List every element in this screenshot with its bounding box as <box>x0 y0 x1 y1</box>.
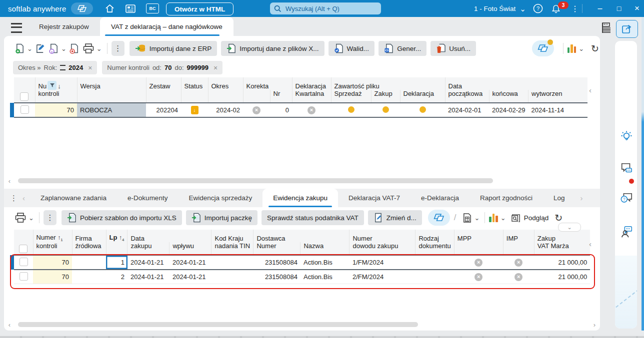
column-header-koncowa[interactable]: końcowa <box>489 90 528 103</box>
column-header-deklaracja2[interactable]: Deklaracja <box>400 90 445 103</box>
bc-button[interactable]: BC <box>145 0 160 17</box>
declaration-row[interactable]: 70 ROBOCZA 202204 ↓ 2024-02 × 0 × 2024-0… <box>10 103 588 117</box>
layers-view-toggle[interactable] <box>428 210 450 226</box>
filter-chip-okres[interactable]: Okres » Rok: 2024 × <box>13 61 97 74</box>
column-header-zestaw[interactable]: Zestaw <box>146 77 181 90</box>
edit-button[interactable] <box>34 41 47 56</box>
column-header-sprzedaz[interactable]: Sprzedaż <box>331 90 371 103</box>
print-button[interactable] <box>13 210 28 225</box>
sort-desc-icon[interactable]: ↓ <box>58 82 61 90</box>
column-header-wytworzenia[interactable]: wytworzen <box>528 90 588 103</box>
tabs-scroll-left-icon[interactable]: ‹ <box>22 194 25 202</box>
open-in-html-button[interactable]: Otwórz w HTML <box>166 2 234 15</box>
upper-grid-hscrollbar[interactable]: ‹ <box>6 178 598 184</box>
chevron-down-icon[interactable]: ⌄ <box>27 45 32 52</box>
home-button[interactable] <box>102 0 117 17</box>
hamburger-menu-icon[interactable] <box>11 23 22 33</box>
filter-icon[interactable] <box>48 81 56 90</box>
tabs-scroll-right-icon[interactable]: › <box>580 194 582 202</box>
subtab-e-dokumenty[interactable]: e-Dokumenty <box>117 189 178 207</box>
more-actions-button[interactable]: ⋮ <box>44 210 56 225</box>
document-calc-button[interactable] <box>460 210 474 225</box>
column-header-numer-kontroli[interactable]: Nu↓ <box>35 77 77 90</box>
column-header-mpp[interactable]: MPP <box>454 230 503 242</box>
notifications-button[interactable]: 3 <box>551 0 561 17</box>
column-header-okres[interactable]: Okres <box>208 77 243 90</box>
more-actions-button[interactable]: ⋮ <box>112 41 124 56</box>
scrollbar-thumb[interactable] <box>18 322 418 327</box>
column-header-rodzaj[interactable]: Rodzaj <box>416 230 454 242</box>
cell-lp-focused[interactable]: 1 <box>106 255 128 270</box>
scroll-left-arrow[interactable]: ‹ <box>6 177 13 185</box>
subtab-zaplanowane-zadania[interactable]: Zaplanowane zadania <box>30 189 117 207</box>
column-header-data-zakupu[interactable]: zakupu <box>128 242 170 255</box>
column-header-dokumentu[interactable]: dokumentu <box>416 242 454 255</box>
subtab-ewidencja-sprzedazy[interactable]: Ewidencja sprzedaży <box>178 189 262 207</box>
column-header-nadania-tin[interactable]: nadania TIN <box>212 242 254 255</box>
column-header-firma-2[interactable]: źródłowa <box>72 242 106 255</box>
help-button[interactable]: ? <box>533 0 543 17</box>
tab-rejestr-zakupow[interactable]: Rejestr zakupów <box>30 17 98 36</box>
select-all-checkbox[interactable] <box>19 245 28 253</box>
column-header-korekta-nr[interactable]: Nr <box>270 90 292 103</box>
validate-button[interactable]: Walid... <box>328 41 375 56</box>
column-header-data-wplywu[interactable]: wpływu <box>170 242 212 255</box>
column-header-deklaracja[interactable]: Deklaracja <box>292 77 331 90</box>
delete-document-button[interactable] <box>68 41 81 56</box>
purchase-row-2[interactable]: 70 2 2024-01-21 2024-01-21 231508084 Act… <box>10 270 590 284</box>
column-header-dowodu-zakupu[interactable]: dowodu zakupu <box>350 242 416 255</box>
share-button[interactable] <box>616 20 638 38</box>
download-xls-template-button[interactable]: Pobierz szablon do importu XLS <box>62 210 182 225</box>
tab-vat-z-deklaracja[interactable]: VAT z deklaracją – dane nagłówkowe <box>100 17 234 36</box>
purchase-row-1[interactable]: 70 1 2024-01-21 2024-01-21 231508084 Act… <box>10 255 590 270</box>
column-header-numer-kontroli[interactable]: Numer ↑1 <box>33 230 72 242</box>
chevron-down-icon[interactable]: ⌄ <box>474 214 480 222</box>
help-chat-icon[interactable]: ? <box>620 192 633 205</box>
refresh-icon[interactable]: ↻ <box>591 43 599 54</box>
column-header-zakup[interactable]: Zakup <box>371 90 400 103</box>
scroll-left-hint-icon[interactable]: ‹ <box>589 240 592 248</box>
column-header-imp[interactable]: IMP <box>503 230 534 242</box>
chat-feedback-icon[interactable] <box>620 162 633 175</box>
column-header-kwartalna[interactable]: Kwartalna <box>292 90 331 103</box>
panel-layout-button[interactable] <box>602 22 612 34</box>
import-package-button[interactable]: Importuj paczkę <box>186 210 258 225</box>
column-header-wersja[interactable]: Wersja <box>77 77 146 90</box>
refresh-icon[interactable]: ↻ <box>554 212 562 224</box>
filter-chip-numer-kontroli[interactable]: Numer kontroli od: 70 do: 999999 × <box>102 61 222 74</box>
chevron-down-icon[interactable]: ⌄ <box>61 45 66 52</box>
column-header-lp[interactable]: Lp ↑4 <box>106 230 128 242</box>
global-search[interactable] <box>270 2 381 14</box>
layers-view-toggle[interactable] <box>532 40 554 56</box>
row-checkbox[interactable] <box>20 272 28 281</box>
column-header-status[interactable]: Status <box>181 77 208 90</box>
import-files-button[interactable]: Importuj dane z plików X... <box>221 41 324 56</box>
column-header-dostawca-nazwa[interactable]: Nazwa <box>300 242 350 255</box>
column-group-zawartosc-pliku[interactable]: Zawartość pliku <box>331 77 445 90</box>
search-input[interactable] <box>284 4 366 13</box>
column-header-numer-dowodu[interactable]: Numer <box>350 230 416 242</box>
collapse-panel-button[interactable]: ⌄ <box>558 223 581 232</box>
preview-button[interactable]: Podgląd <box>511 213 549 223</box>
subtab-raport-zgodnosci[interactable]: Raport zgodności <box>470 189 543 207</box>
workspace-switcher-button[interactable] <box>71 0 93 17</box>
column-header-poczatkowa[interactable]: początkowa <box>445 90 489 103</box>
subtab-e-deklaracja[interactable]: e-Deklaracja <box>410 189 470 207</box>
subtab-log[interactable]: Log <box>543 189 576 207</box>
new-document-button[interactable] <box>13 41 26 56</box>
column-group-dostawca[interactable]: Dostawca <box>254 230 350 242</box>
column-group-data[interactable]: Data <box>445 77 588 90</box>
print-button[interactable] <box>81 41 96 56</box>
column-group-korekta[interactable]: Korekta <box>243 77 292 90</box>
chevron-down-icon[interactable]: ⌄ <box>500 214 506 222</box>
subtab-deklaracja-vat7[interactable]: Deklaracja VAT-7 <box>338 189 410 207</box>
scroll-left-hint-icon[interactable]: ‹ <box>589 86 592 94</box>
scroll-left-arrow[interactable]: ‹ <box>6 321 13 329</box>
column-header-numer-kontroli-2[interactable]: kontroli <box>35 90 77 103</box>
scroll-right-arrow[interactable]: › <box>591 321 598 329</box>
import-erp-button[interactable]: Importuj dane z ERP <box>130 41 218 56</box>
chevron-down-icon[interactable]: ⌄ <box>578 45 584 52</box>
company-selector[interactable]: 1 - Foto Świat ⌄ <box>474 0 526 17</box>
lower-grid-hscrollbar[interactable]: ‹ › <box>6 322 598 328</box>
row-checkbox[interactable] <box>20 258 28 266</box>
